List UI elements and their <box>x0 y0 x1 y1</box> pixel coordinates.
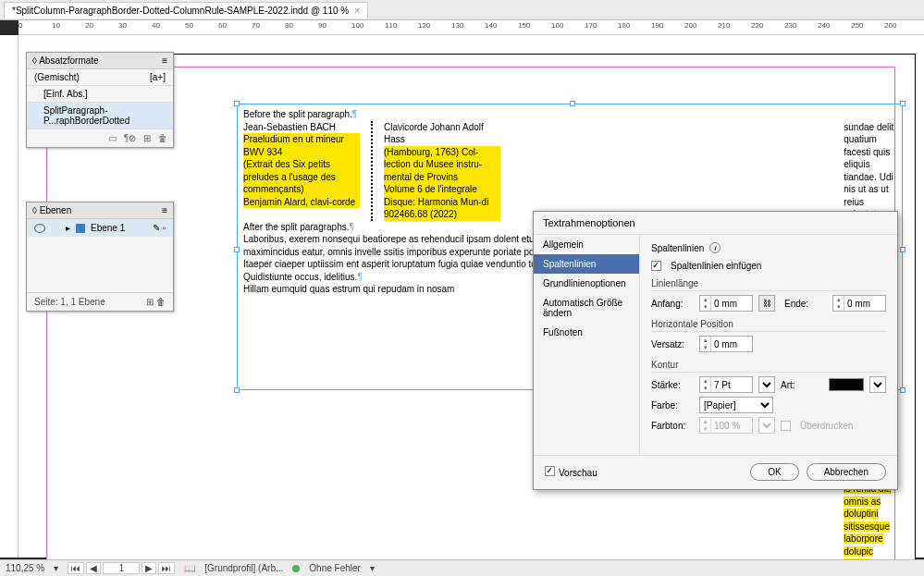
dialog-nav-item[interactable]: Allgemein <box>534 235 639 254</box>
handle-bottom-right[interactable] <box>900 387 906 393</box>
length-group: Linienlänge <box>651 278 886 291</box>
weight-label: Stärke: <box>651 380 694 390</box>
tint-input[interactable]: ▴▾ <box>699 417 753 434</box>
menu-icon[interactable]: ≡ <box>162 55 167 66</box>
handle-top-right[interactable] <box>900 101 906 106</box>
tab-bar: *SplitColumn-ParagraphBorder-Dotted-Colu… <box>0 0 924 20</box>
dialog-nav-item[interactable]: Fußnoten <box>534 323 639 342</box>
horizontal-ruler: 0102030405060708090100110120130140150160… <box>18 20 924 35</box>
panel-footer: Seite: 1, 1 Ebene ⊞ 🗑 <box>27 292 173 311</box>
menu-icon[interactable]: ≡ <box>162 205 167 215</box>
overprint-checkbox <box>781 421 791 431</box>
document-tab[interactable]: *SplitColumn-ParagraphBorder-Dotted-Colu… <box>4 2 368 18</box>
panel-header[interactable]: ◊ Absatzformate≡ <box>27 53 173 69</box>
handle-mid-right[interactable] <box>900 247 906 252</box>
dialog-nav-item[interactable]: Automatisch Größe ändern <box>534 293 639 323</box>
hpos-group: Horizontale Position <box>651 319 886 332</box>
status-dot-icon <box>292 565 300 572</box>
insert-rules-label: Spaltenlinien einfügen <box>671 261 761 271</box>
mixed-indicator: (Gemischt)[a+] <box>27 69 173 86</box>
close-icon[interactable]: × <box>354 6 360 16</box>
ok-button[interactable]: OK <box>750 463 798 481</box>
preview-label: Vorschau <box>559 468 598 478</box>
start-input[interactable]: ▴▾ <box>699 295 753 312</box>
layer-color-swatch <box>76 224 85 233</box>
layers-panel[interactable]: ◊ Ebenen≡ ▸ Ebene 1 ✎ ▫ Seite: 1, 1 Eben… <box>26 202 174 312</box>
type-label: Art: <box>781 380 823 390</box>
page-nav[interactable]: ⏮◀1▶⏭ <box>68 562 175 574</box>
section-title: Spaltenlinien <box>651 243 704 253</box>
clear-icon[interactable]: ¶⊘ <box>124 133 136 143</box>
handle-top-left[interactable] <box>234 101 240 106</box>
handle-top-mid[interactable] <box>570 101 575 106</box>
text-frame-options-dialog[interactable]: Textrahmenoptionen AllgemeinSpaltenlinie… <box>533 211 898 490</box>
folder-icon[interactable]: ▭ <box>108 133 117 143</box>
weight-input[interactable]: ▴▾ <box>699 376 753 393</box>
paragraph-styles-panel[interactable]: ◊ Absatzformate≡ (Gemischt)[a+] [Einf. A… <box>26 52 174 148</box>
contour-group: Kontur <box>651 360 886 373</box>
pen-icon: ✎ ▫ <box>153 223 166 233</box>
end-input[interactable]: ▴▾ <box>832 295 886 312</box>
end-label: Ende: <box>784 299 827 309</box>
vertical-ruler <box>0 35 18 558</box>
trash-icon[interactable]: 🗑 <box>158 133 167 143</box>
tab-title: *SplitColumn-ParagraphBorder-Dotted-Colu… <box>12 6 349 16</box>
paragraph-style-item[interactable]: [Einf. Abs.] <box>27 86 173 103</box>
layer-row[interactable]: ▸ Ebene 1 ✎ ▫ <box>27 219 173 237</box>
new-icon[interactable]: ⊞ <box>143 133 151 143</box>
preview-checkbox[interactable] <box>545 466 555 476</box>
handle-mid-left[interactable] <box>234 247 240 252</box>
dialog-nav-item[interactable]: Grundlinienoptionen <box>534 274 639 293</box>
dialog-content: Spaltenlinien i Spaltenlinien einfügen L… <box>640 235 897 455</box>
overprint-label: Überdrucken <box>800 421 853 431</box>
trash-icon[interactable]: 🗑 <box>156 297 166 307</box>
panel-header[interactable]: ◊ Ebenen≡ <box>27 202 173 219</box>
paragraph-style-item[interactable]: SplitParagraph-P...raphBorderDotted <box>27 103 173 129</box>
handle-bottom-left[interactable] <box>234 387 240 393</box>
cancel-button[interactable]: Abbrechen <box>807 463 886 481</box>
color-label: Farbe: <box>651 400 694 411</box>
color-select[interactable]: [Papier] <box>699 397 773 413</box>
errors-label[interactable]: Ohne Fehler <box>309 563 361 573</box>
offset-label: Versatz: <box>651 339 694 349</box>
stroke-type-select[interactable] <box>869 376 886 393</box>
layer-name: Ebene 1 <box>91 223 125 233</box>
panel-toolbar: ▭ ¶⊘ ⊞ 🗑 <box>27 129 173 147</box>
info-icon[interactable]: i <box>709 242 721 253</box>
zoom-level[interactable]: 110,25 % <box>6 563 44 573</box>
tint-select[interactable] <box>758 417 775 434</box>
status-bar: 110,25 %▾ ⏮◀1▶⏭ 📖 [Grundprofil] (Arb... … <box>0 559 924 576</box>
stroke-type-swatch[interactable] <box>829 378 864 391</box>
dialog-title: Textrahmenoptionen <box>534 212 897 235</box>
tint-label: Farbton: <box>651 421 694 431</box>
link-icon[interactable]: ⛓ <box>758 295 775 312</box>
visibility-icon[interactable] <box>34 224 45 233</box>
dialog-nav-item[interactable]: Spaltenlinien <box>534 254 639 274</box>
offset-input[interactable]: ▴▾ <box>699 336 753 352</box>
profile-label[interactable]: [Grundprofil] (Arb... <box>204 563 283 573</box>
insert-rules-checkbox[interactable] <box>651 261 661 271</box>
new-layer-icon[interactable]: ⊞ <box>146 297 154 307</box>
weight-unit-select[interactable] <box>758 376 775 393</box>
start-label: Anfang: <box>651 299 694 309</box>
dialog-nav: AllgemeinSpaltenlinienGrundlinienoptione… <box>534 235 640 455</box>
